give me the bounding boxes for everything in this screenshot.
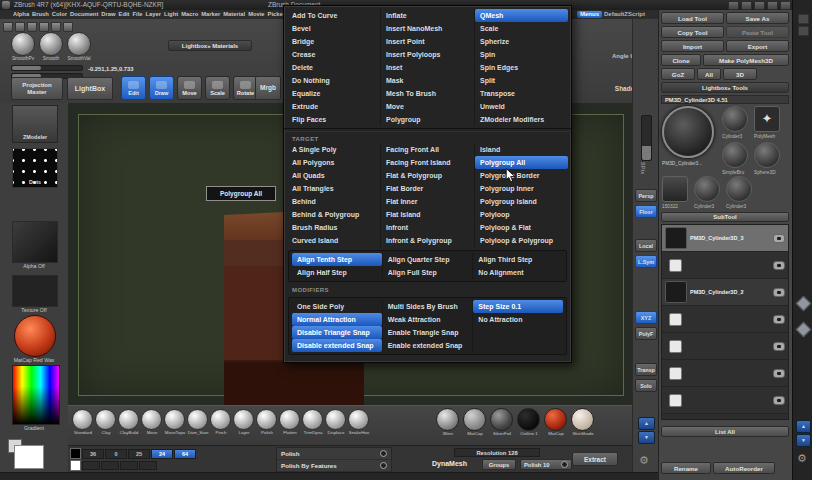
resolution-slider[interactable]: Resolution 128: [454, 448, 540, 457]
right-shelf-button[interactable]: L.Sym: [635, 255, 657, 268]
goz-all-button[interactable]: All: [697, 68, 721, 80]
menu-item[interactable]: Alpha: [13, 10, 29, 19]
subtool-header[interactable]: SubTool: [661, 212, 789, 222]
eye-icon[interactable]: [773, 315, 785, 324]
slider-segment[interactable]: 0: [105, 449, 127, 459]
diamond-handle-icon[interactable]: [796, 296, 812, 312]
menu-item[interactable]: Material: [223, 10, 245, 19]
align-menu-item[interactable]: Align Half Step: [292, 266, 382, 279]
action-menu-item[interactable]: Insert Polyloops: [381, 48, 474, 61]
material-thumbnail[interactable]: [14, 315, 56, 357]
menu-item[interactable]: File: [132, 10, 142, 19]
color-swatch[interactable]: [70, 448, 81, 459]
polish-10-button[interactable]: Polish 10: [520, 459, 572, 470]
scroll-up-icon[interactable]: ▲: [638, 417, 655, 430]
mode-button[interactable]: Move: [177, 76, 202, 100]
brush-thumbnail[interactable]: Polish: [256, 409, 278, 435]
target-menu-item[interactable]: Behind & Polygroup: [287, 208, 380, 221]
material-thumbnail[interactable]: MatCap: [544, 408, 568, 436]
projection-master-button[interactable]: Projection Master: [11, 77, 63, 100]
eye-icon[interactable]: [773, 261, 785, 270]
stroke-thumbnail[interactable]: Dots: [12, 148, 58, 188]
spix-slider[interactable]: [641, 115, 652, 161]
action-menu-item[interactable]: Delete: [287, 61, 380, 74]
action-menu-item[interactable]: Spin Edges: [475, 61, 568, 74]
subtool-row[interactable]: [662, 387, 788, 414]
brush-thumbnail[interactable]: Standard: [72, 409, 94, 435]
target-menu-item[interactable]: Island: [475, 143, 568, 156]
tool-thumbnail[interactable]: [694, 176, 720, 202]
action-menu-item[interactable]: Add To Curve: [287, 9, 380, 22]
document-icon[interactable]: [15, 22, 25, 32]
subtool-row[interactable]: PM3D_Cylinder3D_3: [662, 225, 788, 252]
paste-tool-button[interactable]: Paste Tool: [726, 26, 789, 38]
right-shelf-button[interactable]: Persp: [635, 189, 657, 202]
brush-thumbnail[interactable]: Flatten: [279, 409, 301, 435]
action-menu-item[interactable]: Inset: [381, 61, 474, 74]
action-menu-item[interactable]: Extrude: [287, 100, 380, 113]
tool-thumbnail[interactable]: [726, 176, 752, 202]
polish-by-features-row[interactable]: Polish By Features: [277, 460, 391, 472]
action-menu-item[interactable]: Inflate: [381, 9, 474, 22]
modifier-menu-item[interactable]: Step Size 0.1: [473, 300, 563, 313]
titlebar-icon[interactable]: [754, 1, 765, 10]
texture-thumbnail[interactable]: [12, 275, 58, 307]
subtool-row[interactable]: PM3D_Cylinder3D_2: [662, 279, 788, 306]
goz-button[interactable]: GoZ: [661, 68, 695, 80]
radio-icon[interactable]: [380, 462, 387, 469]
eye-icon[interactable]: [773, 396, 785, 405]
target-menu-item[interactable]: All Quads: [287, 169, 380, 182]
scroll-down-icon[interactable]: ▼: [638, 431, 655, 444]
target-menu-item[interactable]: Facing Front Island: [381, 156, 474, 169]
target-menu-item[interactable]: Polygroup All: [475, 156, 568, 169]
target-menu-item[interactable]: Flat & Polygroup: [381, 169, 474, 182]
action-menu-item[interactable]: Do Nothing: [287, 74, 380, 87]
target-menu-item[interactable]: Facing Front All: [381, 143, 474, 156]
modifier-menu-item[interactable]: Disable Triangle Snap: [292, 326, 382, 339]
modifier-menu-item[interactable]: No Attraction: [473, 313, 563, 326]
brush-thumbnail[interactable]: Clay: [95, 409, 117, 435]
main-color-swatch[interactable]: [14, 445, 44, 469]
alpha-thumbnail[interactable]: [12, 221, 58, 263]
right-shelf-button[interactable]: XYZ: [635, 311, 657, 324]
mode-button[interactable]: Scale: [205, 76, 230, 100]
dynamesh-button[interactable]: DynaMesh: [432, 460, 467, 467]
slider-segment[interactable]: [82, 461, 100, 470]
align-menu-item[interactable]: Align Third Step: [473, 253, 563, 266]
eye-icon[interactable]: [773, 369, 785, 378]
default-zscript-button[interactable]: DefaultZScript: [604, 11, 645, 18]
extract-button[interactable]: Extract: [572, 452, 618, 466]
align-menu-item[interactable]: Align Quarter Step: [383, 253, 473, 266]
target-menu-item[interactable]: Polyloop: [475, 208, 568, 221]
slider-segment[interactable]: 64: [174, 449, 196, 459]
menus-button[interactable]: Menus: [577, 11, 602, 18]
action-menu-item[interactable]: Bridge: [287, 35, 380, 48]
brush-thumbnail[interactable]: SmoothPv: [11, 32, 35, 61]
copy-tool-button[interactable]: Copy Tool: [661, 26, 724, 38]
export-button[interactable]: Export: [726, 40, 789, 52]
slider-segment[interactable]: 36: [82, 449, 104, 459]
brush-thumbnail[interactable]: ClayBuild: [118, 409, 140, 435]
right-shelf-button[interactable]: Transp: [635, 363, 657, 376]
make-polymesh3d-button[interactable]: Make PolyMesh3D: [703, 54, 789, 66]
modifier-menu-item[interactable]: Enable Triangle Snap: [383, 326, 473, 339]
lightbox-tools-bar[interactable]: Lightbox» Tools: [661, 82, 789, 93]
target-menu-item[interactable]: Polygroup Inner: [475, 182, 568, 195]
titlebar-icon[interactable]: [780, 1, 791, 10]
menu-item[interactable]: Brush: [32, 10, 49, 19]
material-thumbnail[interactable]: Outline 1: [517, 408, 541, 436]
modifier-menu-item[interactable]: [473, 339, 563, 352]
target-menu-item[interactable]: Polyloop & Flat: [475, 221, 568, 234]
action-menu-item[interactable]: Spherize: [475, 35, 568, 48]
action-menu-item[interactable]: Insert NanoMesh: [381, 22, 474, 35]
modifier-menu-item[interactable]: Enable extended Snap: [383, 339, 473, 352]
action-menu-item[interactable]: Mask: [381, 74, 474, 87]
target-menu-item[interactable]: All Triangles: [287, 182, 380, 195]
right-shelf-button[interactable]: PolyF: [635, 327, 657, 340]
menu-item[interactable]: Edit: [119, 10, 130, 19]
menu-item[interactable]: Macro: [181, 10, 198, 19]
scroll-down-icon[interactable]: ▼: [796, 434, 811, 447]
gear-icon[interactable]: ⚙: [639, 455, 649, 466]
menu-item[interactable]: Marker: [201, 10, 220, 19]
modifier-menu-item[interactable]: Disable extended Snap: [292, 339, 382, 352]
